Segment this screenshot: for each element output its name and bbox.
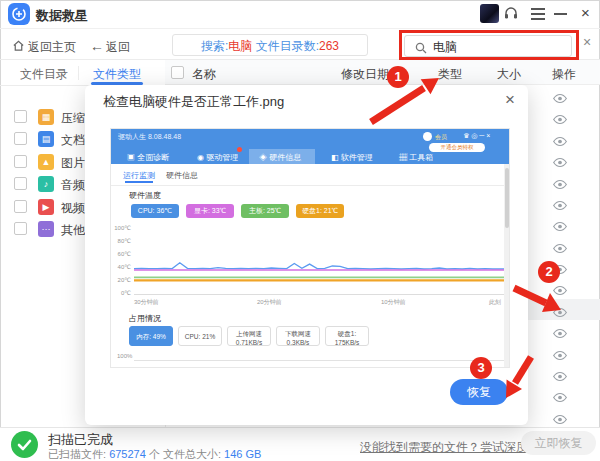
audio-icon: ♪ [38, 176, 54, 192]
item-checkbox[interactable] [14, 110, 27, 123]
preview-tab-全面诊断: ▣ 全面诊断 [127, 152, 169, 163]
sidebar-item-label: 文档 [61, 132, 85, 149]
scan-status-detail: 已扫描文件: 675274 个 文件总大小: 146 GB [48, 447, 261, 461]
minimize-icon[interactable] [554, 13, 567, 15]
column-header-大小: 大小 [497, 66, 521, 83]
tab-file-type[interactable]: 文件类型 [93, 66, 141, 83]
item-checkbox[interactable] [14, 155, 27, 168]
preview-subtab-monitor: 运行监测 [123, 170, 155, 181]
preview-eye-icon[interactable] [552, 111, 568, 129]
sidebar-item-label: 音频 [61, 177, 85, 194]
chart-ylabel: 40℃ [113, 263, 131, 270]
usage-pill-5: 硬盘1:175KB/s [325, 326, 369, 346]
temp-pill-4: 硬盘1: 21℃ [296, 204, 344, 218]
temp-pill-1: CPU: 36℃ [131, 204, 179, 218]
preview-image: 驱动人生 8.08.48.48 会员 ♛ ◎ ─ × 开通会员特权 ▣ 全面诊断… [110, 128, 510, 368]
video-icon: ▶ [38, 199, 54, 215]
item-checkbox[interactable] [14, 222, 27, 235]
chart-xlabel: 10分钟前 [381, 298, 406, 307]
preview-eye-icon[interactable] [552, 304, 568, 322]
home-icon [12, 38, 25, 56]
chart-ylabel: 0℃ [113, 289, 131, 296]
app-title: 数据救星 [36, 7, 88, 25]
preview-eye-icon[interactable] [552, 90, 568, 108]
titlebar: 数据救星 × [0, 0, 600, 28]
modal-title: 检查电脑硬件是否正常工作.png [103, 93, 284, 111]
chart-xlabel: 此刻 [489, 298, 501, 307]
zip-file-icon: ▦ [38, 109, 54, 125]
usage-pill-2: CPU: 21% [178, 326, 222, 346]
preview-eye-icon[interactable] [552, 368, 568, 386]
chart-ylabel: 20℃ [113, 276, 131, 283]
back-arrow-icon[interactable]: ← [90, 38, 104, 54]
preview-eye-icon[interactable] [552, 218, 568, 236]
usage-pill-4: 下载网速0.3KB/s [276, 326, 320, 346]
preview-tab-工具箱: ▦ 工具箱 [399, 152, 433, 163]
preview-eye-icon[interactable] [552, 411, 568, 429]
preview-temp-section-label: 硬件温度 [129, 190, 161, 201]
preview-user-avatar [423, 132, 432, 141]
user-avatar[interactable] [480, 4, 499, 23]
sidebar-item-label: 其他 [61, 222, 85, 239]
annotation-step-3: 3 [470, 357, 492, 379]
preview-eye-icon[interactable] [552, 133, 568, 151]
image-icon: ▲ [38, 154, 54, 170]
usage-pill-3: 上传网速0.71KB/s [227, 326, 271, 346]
sidebar-item-label: 视频 [61, 200, 85, 217]
preview-subtab-hwinfo: 硬件信息 [166, 170, 198, 181]
temp-pill-3: 主板: 25℃ [241, 204, 289, 218]
preview-header-icons: ♛ ◎ ─ × [463, 132, 490, 140]
chart-xlabel: 20分钟前 [257, 298, 282, 307]
item-checkbox[interactable] [14, 132, 27, 145]
column-header-类型: 类型 [438, 66, 462, 83]
close-icon[interactable]: × [581, 4, 590, 21]
select-all-checkbox[interactable] [171, 66, 184, 79]
recover-now-button[interactable]: 立即恢复 [521, 431, 596, 455]
column-header-修改日期: 修改日期 [341, 66, 389, 83]
preview-eye-icon[interactable] [552, 325, 568, 343]
usage-pill-1: 内存: 49% [129, 326, 173, 346]
search-info-term: 电脑 [228, 39, 252, 53]
preview-eye-icon[interactable] [552, 347, 568, 365]
chart-ylabel: 60℃ [113, 250, 131, 257]
preview-tab-硬件信息: ◈ 硬件信息 [259, 152, 301, 163]
annotation-step-1: 1 [387, 66, 409, 88]
search-info-label: 搜索: [201, 39, 228, 53]
preview-eye-icon[interactable] [552, 176, 568, 194]
search-clear-icon[interactable]: × [583, 34, 591, 50]
preview-eye-icon[interactable] [552, 197, 568, 215]
chart-series-CPU [134, 263, 508, 269]
menu-icon[interactable] [531, 8, 545, 10]
search-info-count: 263 [319, 39, 339, 53]
preview-usage-section-label: 占用情况 [129, 313, 161, 324]
back-button[interactable]: 返回 [106, 39, 130, 56]
home-button[interactable]: 返回主页 [28, 39, 76, 56]
document-icon: ▤ [38, 131, 54, 147]
preview-eye-icon[interactable] [552, 389, 568, 407]
search-info-field: 搜索:电脑 文件目录数:263 [172, 34, 368, 56]
column-header-操作: 操作 [552, 66, 576, 83]
item-checkbox[interactable] [14, 177, 27, 190]
recover-button[interactable]: 恢复 [450, 379, 508, 405]
success-check-icon [11, 431, 38, 458]
tab-file-directory[interactable]: 文件目录 [20, 66, 68, 83]
app-logo-icon [8, 3, 30, 25]
other-icon: ··· [38, 221, 54, 237]
preview-app-title: 驱动人生 8.08.48.48 [118, 132, 181, 142]
preview-modal: 检查电脑硬件是否正常工作.png × 驱动人生 8.08.48.48 会员 ♛ … [85, 85, 528, 425]
scanned-count: 675274 [109, 448, 146, 460]
preview-tab-驱动管理: ◉ 驱动管理 [197, 152, 238, 163]
preview-eye-icon[interactable] [552, 240, 568, 258]
temp-pill-2: 显卡: 33℃ [186, 204, 234, 218]
column-header-名称: 名称 [192, 66, 216, 83]
preview-eye-icon[interactable] [552, 154, 568, 172]
total-size: 146 GB [224, 448, 261, 460]
item-checkbox[interactable] [14, 200, 27, 213]
table-header: 名称修改日期类型大小操作 [165, 60, 600, 85]
annotation-highlight-box [399, 30, 579, 60]
headphones-icon[interactable] [503, 5, 519, 25]
preview-eye-icon[interactable] [552, 282, 568, 300]
modal-close-icon[interactable]: × [505, 90, 515, 110]
chart-ylabel: 80℃ [113, 237, 131, 244]
preview-scrollbar [504, 164, 510, 368]
